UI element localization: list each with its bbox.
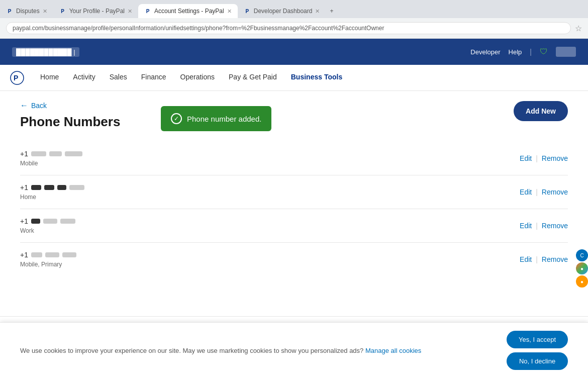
accept-cookies-button[interactable]: Yes, I accept [507, 331, 568, 348]
phone-masked-2a [31, 185, 41, 190]
tab-disputes-close[interactable]: ✕ [43, 8, 47, 15]
tab-bar: P Disputes ✕ P Your Profile - PayPal ✕ P… [0, 0, 588, 18]
main-nav: P Home Activity Sales Finance Operations… [0, 65, 588, 91]
developer-dashboard-favicon: P [244, 8, 251, 15]
phone-masked-2d [69, 185, 84, 190]
tab-disputes-label: Disputes [16, 8, 40, 15]
header-right: Developer Help | 🛡 [470, 47, 576, 57]
url-input[interactable]: paypal.com/businessmanage/profile/person… [6, 22, 571, 34]
action-divider-2: | [536, 188, 538, 196]
tab-developer-dashboard-close[interactable]: ✕ [315, 8, 320, 15]
phone-list: +1 Mobile Edit | Remove +1 [20, 142, 568, 276]
disputes-favicon: P [6, 8, 13, 15]
nav-logo[interactable]: P [10, 71, 24, 85]
tab-developer-dashboard[interactable]: P Developer Dashboard ✕ [238, 4, 326, 18]
cookie-buttons: Yes, I accept No, I decline [507, 331, 568, 370]
phone-label-3: Work [20, 227, 75, 234]
nav-pay-get-paid[interactable]: Pay & Get Paid [223, 65, 283, 91]
nav-sales[interactable]: Sales [104, 65, 133, 91]
phone-masked-1a [31, 151, 46, 156]
account-settings-favicon: P [144, 8, 151, 15]
nav-business-tools[interactable]: Business Tools [285, 65, 348, 91]
cookie-message: We use cookies to improve your experienc… [20, 347, 363, 354]
nav-operations[interactable]: Operations [174, 65, 221, 91]
phone-number-2: +1 [20, 183, 84, 192]
phone-label-1: Mobile [20, 160, 82, 167]
tab-your-profile-close[interactable]: ✕ [128, 8, 132, 15]
success-message: Phone number added. [187, 115, 261, 123]
tab-disputes[interactable]: P Disputes ✕ [0, 4, 53, 18]
remove-phone-3[interactable]: Remove [542, 222, 568, 230]
phone-masked-2b [44, 185, 54, 190]
remove-phone-2[interactable]: Remove [542, 188, 568, 196]
edit-phone-4[interactable]: Edit [520, 255, 532, 263]
manage-cookies-link[interactable]: Manage all cookies [365, 347, 421, 354]
phone-info-4: +1 Mobile, Primary [20, 251, 76, 268]
phone-actions-2: Edit | Remove [520, 188, 568, 196]
tab-your-profile-label: Your Profile - PayPal [69, 8, 125, 15]
page-title: Phone Numbers [20, 114, 120, 130]
address-bar: paypal.com/businessmanage/profile/person… [0, 18, 588, 38]
edit-phone-2[interactable]: Edit [520, 188, 532, 196]
header-logo[interactable]: ████████████ | [12, 47, 79, 57]
paypal-header: ████████████ | Developer Help | 🛡 [0, 39, 588, 65]
nav-activity[interactable]: Activity [67, 65, 101, 91]
browser-chrome: P Disputes ✕ P Your Profile - PayPal ✕ P… [0, 0, 588, 39]
tab-developer-dashboard-label: Developer Dashboard [254, 8, 313, 15]
page-header: ← Back Phone Numbers Add New [20, 101, 568, 130]
back-link[interactable]: ← Back [20, 101, 120, 110]
remove-phone-1[interactable]: Remove [542, 154, 568, 162]
edit-phone-3[interactable]: Edit [520, 222, 532, 230]
right-icon-3[interactable]: ● [576, 275, 588, 288]
add-new-button[interactable]: Add New [514, 101, 568, 121]
phone-item-4: +1 Mobile, Primary Edit | Remove [20, 243, 568, 276]
phone-info-1: +1 Mobile [20, 150, 82, 167]
back-arrow-icon: ← [20, 101, 28, 110]
phone-actions-1: Edit | Remove [520, 154, 568, 162]
phone-masked-4b [45, 252, 59, 257]
phone-masked-3c [60, 219, 75, 224]
phone-masked-4a [31, 252, 42, 257]
page-header-left: ← Back Phone Numbers [20, 101, 120, 130]
user-avatar[interactable] [556, 47, 576, 57]
phone-masked-3b [43, 219, 57, 224]
decline-cookies-button[interactable]: No, I decline [507, 352, 568, 370]
cookie-text: We use cookies to improve your experienc… [20, 347, 497, 354]
phone-actions-3: Edit | Remove [520, 222, 568, 230]
phone-info-2: +1 Home [20, 183, 84, 201]
new-tab-button[interactable]: + [326, 4, 337, 18]
edit-phone-1[interactable]: Edit [520, 154, 532, 162]
developer-link[interactable]: Developer [470, 48, 500, 56]
main-content: ✓ Phone number added. ← Back Phone Numbe… [0, 91, 588, 296]
right-icon-1[interactable]: C [576, 249, 588, 261]
remove-phone-4[interactable]: Remove [542, 255, 568, 263]
help-link[interactable]: Help [509, 48, 522, 56]
tab-account-settings-label: Account Settings - PayPal [154, 8, 224, 15]
shield-icon: 🛡 [540, 47, 548, 56]
back-label: Back [31, 102, 47, 110]
header-left: ████████████ | [12, 47, 79, 57]
tab-account-settings[interactable]: P Account Settings - PayPal ✕ [138, 4, 238, 18]
phone-info-3: +1 Work [20, 217, 75, 234]
bookmark-icon[interactable]: ☆ [575, 24, 582, 33]
tab-your-profile[interactable]: P Your Profile - PayPal ✕ [53, 4, 138, 18]
right-icon-2[interactable]: ● [576, 262, 588, 274]
phone-label-2: Home [20, 194, 84, 201]
svg-text:P: P [14, 74, 18, 82]
action-divider-1: | [536, 154, 538, 162]
header-divider: | [530, 48, 532, 56]
phone-masked-1c [65, 151, 82, 156]
tab-account-settings-close[interactable]: ✕ [227, 8, 232, 15]
your-profile-favicon: P [59, 8, 66, 15]
phone-item-2: +1 Home Edit | Remove [20, 175, 568, 209]
action-divider-3: | [536, 222, 538, 230]
phone-number-3: +1 [20, 217, 75, 225]
nav-finance[interactable]: Finance [135, 65, 172, 91]
phone-number-4: +1 [20, 251, 76, 259]
nav-home[interactable]: Home [34, 65, 65, 91]
phone-masked-1b [49, 151, 62, 156]
phone-masked-2c [57, 185, 66, 190]
phone-item-1: +1 Mobile Edit | Remove [20, 142, 568, 175]
phone-masked-3a [31, 219, 40, 224]
cookie-banner: We use cookies to improve your experienc… [0, 322, 588, 378]
